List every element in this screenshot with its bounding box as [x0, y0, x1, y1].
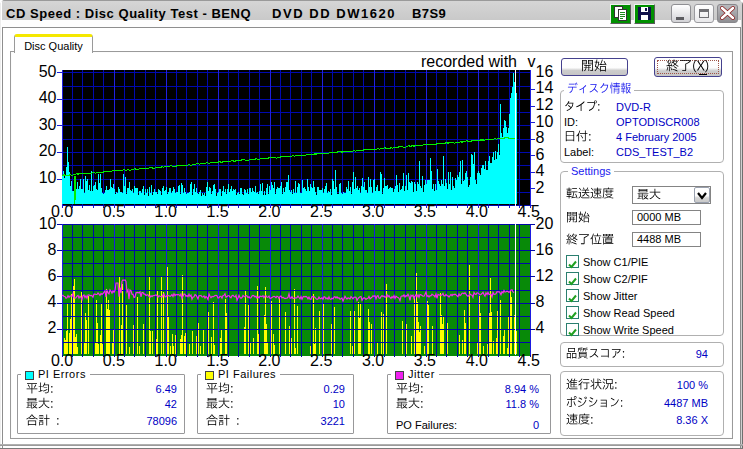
svg-text:8: 8 — [536, 293, 545, 310]
svg-text:30: 30 — [39, 116, 57, 133]
svg-text:0.5: 0.5 — [103, 203, 125, 220]
svg-text:1.0: 1.0 — [155, 352, 177, 369]
svg-text:4: 4 — [48, 293, 57, 310]
svg-text:2.0: 2.0 — [258, 203, 280, 220]
svg-text:20: 20 — [39, 142, 57, 159]
svg-text:3.0: 3.0 — [362, 203, 384, 220]
svg-text:10: 10 — [39, 169, 57, 186]
svg-text:3.5: 3.5 — [414, 203, 436, 220]
svg-text:4.0: 4.0 — [466, 203, 488, 220]
svg-text:2: 2 — [536, 179, 545, 196]
svg-text:2.5: 2.5 — [310, 352, 332, 369]
svg-text:8: 8 — [536, 129, 545, 146]
svg-text:2: 2 — [48, 319, 57, 336]
svg-text:20: 20 — [536, 215, 554, 232]
svg-text:2.5: 2.5 — [310, 203, 332, 220]
svg-text:10: 10 — [39, 215, 57, 232]
svg-text:3.0: 3.0 — [362, 352, 384, 369]
svg-text:40: 40 — [39, 89, 57, 106]
svg-text:14: 14 — [536, 79, 554, 96]
svg-text:1.0: 1.0 — [155, 203, 177, 220]
svg-text:6: 6 — [48, 267, 57, 284]
svg-text:recorded with: recorded with — [421, 53, 517, 70]
svg-text:4: 4 — [536, 319, 545, 336]
svg-text:1.5: 1.5 — [206, 203, 228, 220]
svg-text:4.0: 4.0 — [466, 352, 488, 369]
svg-text:0.5: 0.5 — [103, 352, 125, 369]
svg-text:50: 50 — [39, 63, 57, 80]
svg-text:10: 10 — [536, 113, 554, 130]
svg-text:16: 16 — [536, 63, 554, 80]
svg-text:8: 8 — [48, 241, 57, 258]
svg-text:12: 12 — [536, 96, 554, 113]
svg-text:12: 12 — [536, 267, 554, 284]
svg-text:6: 6 — [536, 146, 545, 163]
svg-text:16: 16 — [536, 241, 554, 258]
svg-text:4.5: 4.5 — [518, 352, 540, 369]
svg-text:4: 4 — [536, 162, 545, 179]
svg-text:v: v — [528, 53, 536, 70]
